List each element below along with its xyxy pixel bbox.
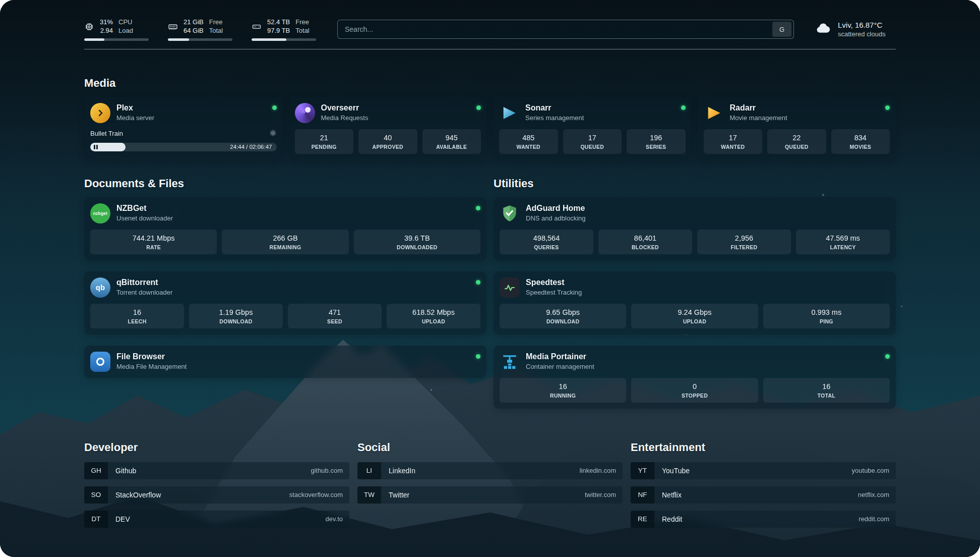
service-name: File Browser <box>116 352 187 361</box>
section-title-entertainment: Entertainment <box>631 441 896 454</box>
disk-total-value: 97.9 TB <box>267 27 290 35</box>
stat-box: 22QUEUED <box>767 129 826 154</box>
bookmark-twitter[interactable]: TW Twitter twitter.com <box>357 486 623 504</box>
stat-box: 744.21 MbpsRATE <box>90 230 217 254</box>
stat-box: 471SEED <box>288 304 382 328</box>
service-description: Container management <box>526 363 594 370</box>
search-provider-button[interactable]: G <box>772 22 791 37</box>
service-card-qbittorrent[interactable]: qb qBittorrent Torrent downloader 16LEEC… <box>84 271 486 335</box>
service-card-nzbget[interactable]: nzbget NZBGet Usenet downloader 744.21 M… <box>84 197 486 260</box>
service-name: Media Portainer <box>526 352 594 361</box>
service-description: Torrent downloader <box>116 289 172 296</box>
bookmark-abbr: YT <box>631 462 654 479</box>
nzbget-icon: nzbget <box>90 203 110 224</box>
status-dot-online <box>476 105 481 110</box>
service-card-portainer[interactable]: Media Portainer Container management 16R… <box>494 346 896 409</box>
qbittorrent-icon: qb <box>90 277 110 298</box>
bookmark-label: LinkedIn <box>381 462 580 479</box>
bookmark-youtube[interactable]: YT YouTube youtube.com <box>631 462 896 479</box>
status-dot-online <box>885 354 890 359</box>
bookmark-abbr: LI <box>357 462 381 479</box>
dashboard-page: 31% 2.94 CPU Load <box>0 0 980 557</box>
stat-box: 0.993 msPING <box>763 304 890 328</box>
stat-box: 16LEECH <box>90 304 184 328</box>
bookmark-linkedin[interactable]: LI LinkedIn linkedin.com <box>357 462 623 479</box>
playback-progress: 24:44 / 02:06:47 <box>90 143 277 151</box>
stat-box: 834MOVIES <box>831 129 890 154</box>
bookmark-label: Reddit <box>654 511 859 528</box>
cpu-progress-bar <box>84 38 149 41</box>
stat-box: 16TOTAL <box>763 378 890 403</box>
stat-box: 9.65 GbpsDOWNLOAD <box>500 304 626 328</box>
search-form: G <box>337 20 794 39</box>
bookmark-dev[interactable]: DT DEV dev.to <box>84 511 349 528</box>
status-dot-online <box>272 105 277 110</box>
bookmark-url: twitter.com <box>585 486 623 504</box>
service-card-filebrowser[interactable]: File Browser Media File Management <box>84 346 486 378</box>
service-card-sonarr[interactable]: Sonarr Series management 485WANTED 17QUE… <box>493 97 692 160</box>
documents-column: Documents & Files nzbget NZBGet Usenet d… <box>84 177 486 378</box>
memory-free-value: 21 GiB <box>183 18 204 27</box>
stat-box: 17QUEUED <box>563 129 622 154</box>
portainer-crane-icon <box>500 352 520 372</box>
bookmark-url: reddit.com <box>859 511 896 528</box>
bookmark-abbr: TW <box>357 486 381 504</box>
stat-box: 16RUNNING <box>500 378 626 403</box>
disk-progress-bar <box>252 38 316 41</box>
bookmark-label: DEV <box>108 511 326 528</box>
stat-box: 618.52 MbpsUPLOAD <box>387 304 480 328</box>
bookmark-label: Netflix <box>654 486 858 504</box>
disk-widget: 52.4 TB 97.9 TB Free Total <box>252 18 316 41</box>
service-card-radarr[interactable]: Radarr Movie management 17WANTED 22QUEUE… <box>698 97 896 160</box>
service-card-plex[interactable]: Plex Media server Bullet Train <box>84 97 283 160</box>
radarr-icon <box>704 103 724 123</box>
bookmark-github[interactable]: GH Github github.com <box>84 462 349 479</box>
service-description: Movie management <box>730 114 787 122</box>
cpu-label: CPU <box>118 18 133 27</box>
service-description: Usenet downloader <box>116 214 173 222</box>
service-description: Speedtest Tracking <box>526 289 582 296</box>
bookmark-abbr: DT <box>84 511 108 528</box>
stat-box: 39.6 TBDOWNLOADED <box>354 230 480 254</box>
status-dot-online <box>476 280 480 285</box>
bookmark-netflix[interactable]: NF Netflix netflix.com <box>631 486 896 504</box>
status-dot-online <box>885 105 890 110</box>
stat-box: 196SERIES <box>627 129 686 154</box>
bookmark-url: linkedin.com <box>580 462 623 479</box>
bookmark-label: StackOverflow <box>108 486 289 504</box>
hard-drive-icon <box>252 22 262 32</box>
stat-box: 945AVAILABLE <box>422 129 481 154</box>
search-input[interactable] <box>345 25 772 33</box>
service-name: NZBGet <box>116 204 173 213</box>
section-title-social: Social <box>357 441 623 454</box>
service-card-adguard[interactable]: AdGuard Home DNS and adblocking 498,564Q… <box>494 197 896 260</box>
stat-box: 40APPROVED <box>358 129 417 154</box>
cpu-usage-value: 31% <box>100 18 113 27</box>
adguard-shield-icon <box>500 203 520 224</box>
service-name: Plex <box>116 103 154 113</box>
bookmark-url: netflix.com <box>858 486 896 504</box>
stat-box: 498,564QUERIES <box>500 230 593 254</box>
bookmark-url: github.com <box>311 462 349 479</box>
cpu-widget: 31% 2.94 CPU Load <box>84 18 149 41</box>
weather-widget: Lviv, 16.87°C scattered clouds <box>815 20 896 38</box>
bookmark-abbr: NF <box>631 486 654 504</box>
bookmark-group-social: Social LI LinkedIn linkedin.com TW Twitt… <box>357 441 623 535</box>
service-description: Series management <box>525 114 584 122</box>
status-dot-online <box>681 105 686 110</box>
dashboard-screen: 31% 2.94 CPU Load <box>0 0 980 557</box>
service-card-speedtest[interactable]: Speedtest Speedtest Tracking 9.65 GbpsDO… <box>494 271 896 335</box>
service-name: AdGuard Home <box>526 204 586 213</box>
bookmark-group-developer: Developer GH Github github.com SO StackO… <box>84 441 349 535</box>
now-playing-title: Bullet Train <box>90 130 123 137</box>
stat-box: 47.569 msLATENCY <box>796 230 890 254</box>
bookmark-stackoverflow[interactable]: SO StackOverflow stackoverflow.com <box>84 486 349 504</box>
bookmark-reddit[interactable]: RE Reddit reddit.com <box>631 511 896 528</box>
section-title-documents: Documents & Files <box>84 177 486 190</box>
pause-icon[interactable] <box>94 145 98 149</box>
cpu-icon <box>84 22 94 32</box>
service-card-overseerr[interactable]: Overseerr Media Requests 21PENDING 40APP… <box>289 97 487 160</box>
service-description: Media Requests <box>321 114 369 122</box>
bookmark-label: YouTube <box>654 462 852 479</box>
bookmarks-grid: Developer GH Github github.com SO StackO… <box>84 441 896 555</box>
